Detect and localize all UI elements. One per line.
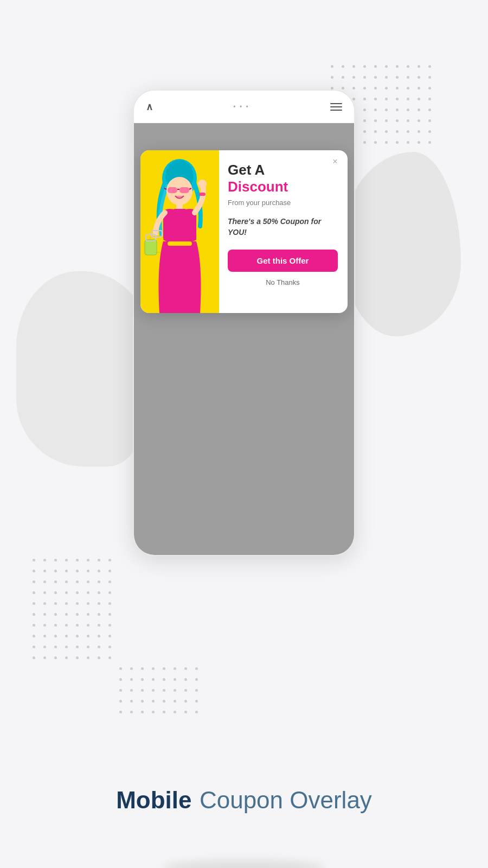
phone-top-bar: ∧ • • • bbox=[134, 91, 354, 123]
shopping-person-illustration bbox=[140, 150, 219, 313]
blob-decoration-right bbox=[342, 152, 461, 336]
phone-frame: ∧ • • • bbox=[133, 90, 355, 556]
popup-heading-line1: Get A bbox=[228, 162, 338, 178]
phone-content-area: × Get A Discount From your purchase Ther… bbox=[134, 123, 354, 555]
svg-rect-16 bbox=[199, 193, 206, 196]
popup-subheading: From your purchase bbox=[228, 199, 338, 207]
coupon-popup-overlay: × Get A Discount From your purchase Ther… bbox=[140, 150, 348, 313]
popup-heading-line2: Discount bbox=[228, 179, 338, 195]
close-button[interactable]: × bbox=[329, 156, 341, 168]
page-title-bold: Mobile bbox=[116, 787, 191, 813]
svg-rect-13 bbox=[145, 240, 157, 255]
svg-rect-4 bbox=[179, 187, 189, 193]
dot-grid-bottom-left bbox=[33, 559, 114, 662]
dot-grid-bottom-center bbox=[119, 667, 201, 716]
hamburger-menu-icon[interactable] bbox=[330, 103, 342, 111]
app-logo-icon: ∧ bbox=[146, 101, 152, 113]
svg-rect-9 bbox=[174, 209, 185, 244]
svg-point-10 bbox=[198, 180, 207, 188]
coupon-content-panel: × Get A Discount From your purchase Ther… bbox=[219, 150, 348, 313]
svg-rect-3 bbox=[168, 187, 177, 193]
status-dots: • • • bbox=[233, 103, 249, 111]
coupon-image-panel bbox=[140, 150, 219, 313]
phone-shadow bbox=[163, 860, 325, 868]
page-title-section: Mobile Coupon Overlay bbox=[116, 787, 372, 814]
dismiss-link[interactable]: No Thanks bbox=[228, 278, 338, 286]
svg-rect-15 bbox=[168, 241, 192, 246]
popup-body-text: There's a 50% Coupon for YOU! bbox=[228, 216, 338, 238]
get-offer-button[interactable]: Get this Offer bbox=[228, 250, 338, 272]
page-title-regular: Coupon Overlay bbox=[200, 787, 372, 813]
